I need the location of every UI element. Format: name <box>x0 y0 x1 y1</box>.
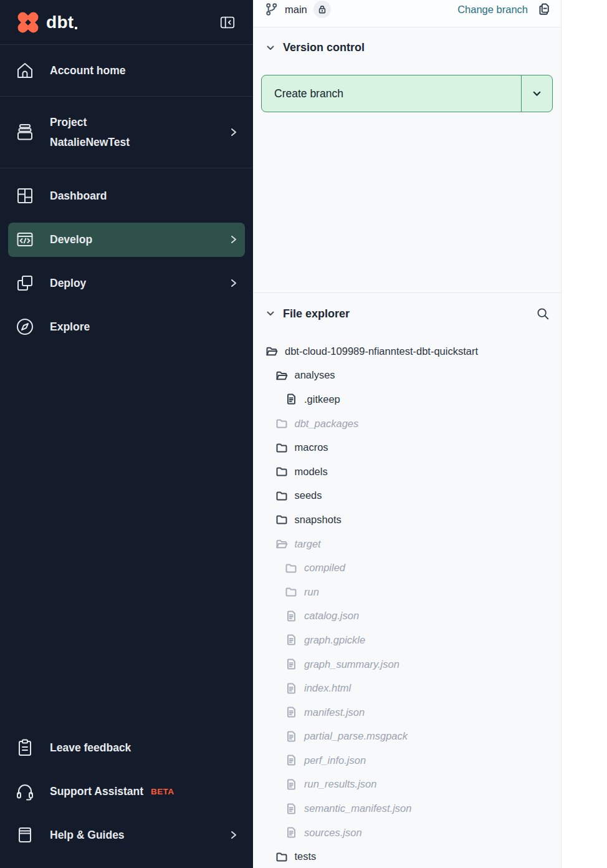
file-icon <box>285 610 297 622</box>
collapse-sidebar-icon[interactable] <box>219 14 236 31</box>
sidebar-item-label: Develop <box>50 229 92 249</box>
tree-item-label: models <box>295 466 328 478</box>
folder-item-tests[interactable]: tests <box>253 844 561 868</box>
tree-item-label: partial_parse.msgpack <box>304 730 408 742</box>
file-item-catalog-json[interactable]: catalog.json <box>253 604 561 629</box>
file-item-graph-gpickle[interactable]: graph.gpickle <box>253 628 561 652</box>
search-icon[interactable] <box>536 307 550 321</box>
file-item-perf-info-json[interactable]: perf_info.json <box>253 748 561 773</box>
sidebar-header: dbt <box>0 0 253 45</box>
folder-icon <box>275 441 288 454</box>
version-control-header[interactable]: Version control <box>265 41 550 54</box>
file-icon <box>285 730 297 743</box>
change-branch-link[interactable]: Change branch <box>457 0 528 19</box>
chevron-down-icon[interactable] <box>265 43 275 53</box>
file-item-sources-json[interactable]: sources.json <box>253 821 561 845</box>
create-branch-dropdown[interactable] <box>521 75 552 112</box>
folder-item-run[interactable]: run <box>253 580 561 604</box>
sidebar-item-project[interactable]: ProjectNatalieNewTest <box>0 97 253 168</box>
chevron-right-icon <box>229 829 238 841</box>
tree-item-label: target <box>295 538 321 550</box>
tree-item-label: compiled <box>304 562 345 574</box>
folder-item-target[interactable]: target <box>253 532 561 556</box>
sidebar-item-dashboard[interactable]: Dashboard <box>0 174 253 218</box>
file-item-manifest-json[interactable]: manifest.json <box>253 700 561 725</box>
file-item-gitkeep[interactable]: .gitkeep <box>253 387 561 412</box>
folder-item-seeds[interactable]: seeds <box>253 484 561 508</box>
folder-icon <box>275 417 288 430</box>
sidebar-primary-nav: Account homeProjectNatalieNewTest <box>0 45 253 168</box>
sidebar-item-leave-feedback[interactable]: Leave feedback <box>0 726 253 769</box>
sidebar-item-label: Account home <box>50 60 126 80</box>
sidebar-item-label: Deploy <box>50 273 86 293</box>
tree-item-label: semantic_manifest.json <box>304 803 411 814</box>
folder-item-models[interactable]: models <box>253 460 561 484</box>
lock-icon <box>317 4 327 14</box>
sidebar-item-explore[interactable]: Explore <box>0 305 253 349</box>
file-explorer-section: File explorer dbt-cloud-109989-nfianntes… <box>253 293 561 868</box>
sidebar-menu-nav: DashboardDevelopDeployExplore <box>0 168 253 349</box>
feedback-icon <box>15 738 35 758</box>
sidebar-item-label: Support Assistant <box>50 781 143 801</box>
file-icon <box>285 826 297 839</box>
create-branch-button[interactable]: Create branch <box>261 75 553 112</box>
sidebar-item-help-guides[interactable]: Help & Guides <box>0 813 253 857</box>
file-explorer-header[interactable]: File explorer <box>265 307 550 321</box>
branch-lock-badge <box>313 1 331 18</box>
folder-open-icon <box>265 345 278 357</box>
branch-name: main <box>285 0 307 19</box>
dbt-logo-period <box>75 27 77 29</box>
file-item-run-results-json[interactable]: run_results.json <box>253 773 561 797</box>
file-icon <box>285 634 297 646</box>
chevron-down-icon[interactable] <box>265 309 275 319</box>
folder-item-dbt-cloud-109989-nfianntest-dbt-quickstart[interactable]: dbt-cloud-109989-nfianntest-dbt-quicksta… <box>253 339 561 364</box>
chevron-right-icon <box>229 127 238 138</box>
tree-item-label: snapshots <box>295 514 342 526</box>
create-branch-label[interactable]: Create branch <box>262 75 521 112</box>
folder-item-macros[interactable]: macros <box>253 435 561 460</box>
folder-open-icon <box>275 369 288 382</box>
file-icon <box>285 754 297 766</box>
project-icon <box>15 122 35 142</box>
folder-icon <box>285 562 297 574</box>
folder-item-compiled[interactable]: compiled <box>253 556 561 580</box>
file-item-graph-summary-json[interactable]: graph_summary.json <box>253 652 561 677</box>
sidebar-item-account-home[interactable]: Account home <box>0 45 253 97</box>
deploy-icon <box>15 273 35 293</box>
file-item-index-html[interactable]: index.html <box>253 676 561 700</box>
tree-item-label: index.html <box>304 682 351 694</box>
chevron-down-icon <box>532 89 542 99</box>
folder-item-analyses[interactable]: analyses <box>253 364 561 388</box>
git-bar: main Change branch <box>253 0 561 27</box>
sidebar-item-support-assistant[interactable]: Support AssistantBETA <box>0 769 253 813</box>
tree-item-label: perf_info.json <box>304 755 366 766</box>
file-item-semantic-manifest-json[interactable]: semantic_manifest.json <box>253 796 561 821</box>
sidebar-item-sublabel: NatalieNewTest <box>50 132 130 152</box>
file-icon <box>285 658 297 670</box>
file-icon <box>285 706 297 718</box>
folder-icon <box>285 586 297 598</box>
sidebar-item-develop[interactable]: Develop <box>8 223 245 257</box>
tree-item-label: analyses <box>295 369 335 381</box>
side-panel: main Change branch Version control Creat… <box>253 0 562 868</box>
sidebar-item-label: Help & Guides <box>50 825 125 845</box>
file-icon <box>285 682 297 695</box>
folder-icon <box>275 513 288 526</box>
tree-item-label: .gitkeep <box>304 393 340 405</box>
help-icon <box>15 825 35 845</box>
tree-item-label: catalog.json <box>304 610 359 622</box>
file-item-partial-parse-msgpack[interactable]: partial_parse.msgpack <box>253 725 561 749</box>
folder-item-dbt-packages[interactable]: dbt_packages <box>253 412 561 436</box>
tree-item-label: seeds <box>295 489 322 501</box>
tree-item-label: manifest.json <box>304 706 365 718</box>
sidebar-item-deploy[interactable]: Deploy <box>0 261 253 305</box>
support-icon <box>15 781 35 801</box>
folder-item-snapshots[interactable]: snapshots <box>253 508 561 532</box>
sidebar-item-label: Project <box>50 112 130 132</box>
folder-icon <box>275 465 288 478</box>
dashboard-icon <box>15 186 35 206</box>
sidebar-item-label: Leave feedback <box>50 738 131 758</box>
folder-icon <box>275 851 288 863</box>
dbt-logo[interactable]: dbt <box>15 9 77 36</box>
copy-branch-icon[interactable] <box>537 0 551 19</box>
